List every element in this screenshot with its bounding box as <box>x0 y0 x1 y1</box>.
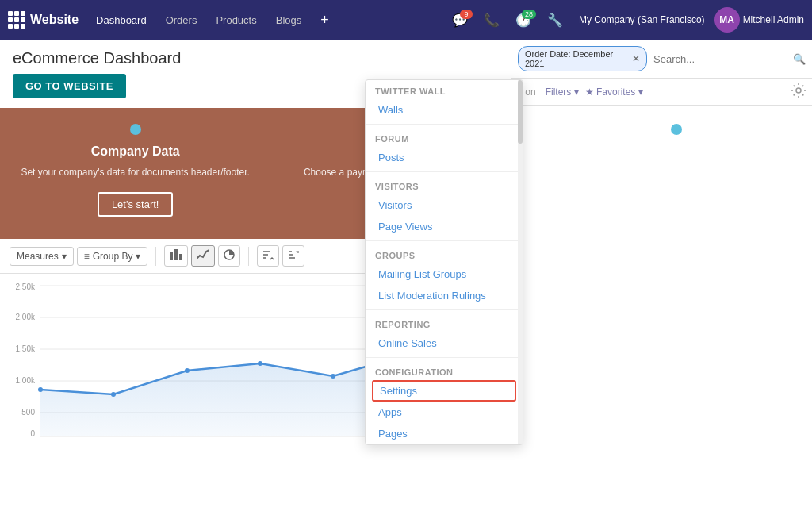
company-name: My Company (San Francisco) <box>579 14 705 25</box>
menu-item-page-views[interactable]: Page Views <box>366 216 523 237</box>
grid-icon <box>8 11 25 29</box>
card-dot <box>130 124 141 135</box>
group-by-icon: ≡ <box>84 251 90 262</box>
nav-icons-group: 💬 9 📞 🕐 28 🔧 My Company (San Francisco) … <box>446 7 804 33</box>
card-close-icon[interactable]: ✕ <box>795 114 806 129</box>
wrench-icon-button[interactable]: 🔧 <box>541 8 569 33</box>
dropdown-scroll: Twitter Wall Walls Forum Posts Visitors … <box>366 80 523 444</box>
top-navigation: Website Dashboard Orders Products Blogs … <box>0 0 812 40</box>
svg-text:500: 500 <box>21 408 35 417</box>
right-panel: Order Date: December 2021 ✕ 🔍 ↓ on Filte… <box>511 40 812 515</box>
card-dot-3 <box>671 124 682 135</box>
menu-item-apps[interactable]: Apps <box>366 402 523 423</box>
menu-item-mailing-list-groups[interactable]: Mailing List Groups <box>366 263 523 285</box>
menu-item-pages[interactable]: Pages <box>366 423 523 444</box>
logo-text: Website <box>30 13 79 27</box>
avatar[interactable]: MA <box>714 7 740 33</box>
svg-text:0: 0 <box>30 429 35 438</box>
scrollbar-thumb <box>518 80 523 144</box>
search-icon[interactable]: 🔍 <box>793 53 806 65</box>
pie-chart-button[interactable] <box>218 245 240 267</box>
group-by-label: Group By <box>93 251 133 262</box>
section-reporting: Reporting <box>366 313 523 332</box>
filter-remove-icon[interactable]: ✕ <box>632 53 640 64</box>
section-groups: Groups <box>366 244 523 263</box>
nav-dashboard[interactable]: Dashboard <box>88 10 155 31</box>
data-point-0 <box>38 387 43 392</box>
nav-products[interactable]: Products <box>208 10 264 31</box>
divider-2 <box>366 171 523 172</box>
card-text: Set your company's data for documents he… <box>16 165 255 179</box>
svg-text:2.50k: 2.50k <box>16 282 36 291</box>
divider-4 <box>366 309 523 310</box>
company-data-card: Company Data Set your company's data for… <box>0 108 270 239</box>
filter-tag-label: Order Date: December 2021 <box>525 49 629 68</box>
menu-item-online-sales[interactable]: Online Sales <box>366 332 523 354</box>
filters-action[interactable]: Filters ▾ <box>546 86 579 98</box>
sort-asc-button[interactable] <box>257 245 279 267</box>
svg-rect-0 <box>170 252 173 260</box>
clock-icon-button[interactable]: 🕐 28 <box>509 8 538 33</box>
chat-icon-button[interactable]: 💬 9 <box>446 8 474 33</box>
group-by-button[interactable]: ≡ Group By ▾ <box>77 247 148 266</box>
data-point-4 <box>331 374 335 379</box>
divider-1 <box>366 124 523 125</box>
svg-point-29 <box>796 88 801 93</box>
section-visitors: Visitors <box>366 175 523 194</box>
go-to-website-button[interactable]: GO TO WEBSITE <box>13 74 126 98</box>
chat-badge: 9 <box>460 10 473 19</box>
sort-desc-button[interactable] <box>282 245 304 267</box>
measures-label: Measures <box>17 251 59 262</box>
data-point-3 <box>258 361 262 366</box>
section-twitter-wall: Twitter Wall <box>366 80 523 99</box>
action-bar: ↓ on Filters ▾ ★ Favorites ▾ <box>511 79 812 106</box>
filters-chevron: ▾ <box>574 86 579 98</box>
menu-item-walls[interactable]: Walls <box>366 99 523 121</box>
favorites-action[interactable]: ★ Favorites ▾ <box>585 86 643 98</box>
card-text-3: Choose a default sales tax for your prod… <box>557 165 796 179</box>
avatar-initials: MA <box>719 14 734 25</box>
svg-text:1.00k: 1.00k <box>16 376 36 385</box>
menu-item-posts[interactable]: Posts <box>366 147 523 168</box>
svg-rect-1 <box>174 249 178 260</box>
divider-3 <box>366 240 523 241</box>
company-selector[interactable]: My Company (San Francisco) <box>573 11 711 29</box>
data-point-1 <box>111 392 116 397</box>
line-chart-button[interactable] <box>191 245 215 267</box>
lets-start-button[interactable]: Let's start! <box>98 192 174 217</box>
svg-text:2.00k: 2.00k <box>16 313 36 321</box>
menu-item-list-moderation[interactable]: List Moderation Rulings <box>366 285 523 306</box>
filter-bar: Order Date: December 2021 ✕ 🔍 <box>511 40 812 79</box>
app-logo[interactable]: Website <box>8 11 79 29</box>
filter-tag: Order Date: December 2021 ✕ <box>518 46 647 71</box>
nav-plus-button[interactable]: + <box>312 7 337 33</box>
nav-orders[interactable]: Orders <box>158 10 205 31</box>
bar-chart-button[interactable] <box>164 245 188 267</box>
main-content: eCommerce Dashboard GO TO WEBSITE Compan… <box>0 40 812 515</box>
toolbar-separator-2 <box>248 247 249 266</box>
divider-5 <box>366 357 523 358</box>
dropdown-menu: Twitter Wall Walls Forum Posts Visitors … <box>365 79 523 445</box>
section-configuration: Configuration <box>366 361 523 380</box>
data-point-2 <box>185 368 190 373</box>
search-input[interactable] <box>650 50 790 68</box>
user-name[interactable]: Mitchell Admin <box>743 14 804 25</box>
nav-blogs[interactable]: Blogs <box>268 10 310 31</box>
group-by-chevron-icon: ▾ <box>136 251 140 262</box>
section-forum: Forum <box>366 128 523 147</box>
menu-item-settings[interactable]: Settings <box>372 380 516 402</box>
clock-badge: 28 <box>522 10 536 19</box>
dropdown-scrollbar <box>518 80 523 444</box>
measures-button[interactable]: Measures ▾ <box>10 247 74 266</box>
card-title-3: Taxes <box>557 144 796 159</box>
settings-icon-btn[interactable] <box>791 83 806 100</box>
svg-text:1.50k: 1.50k <box>16 344 36 353</box>
set-taxes-button[interactable]: Set taxes <box>641 192 712 217</box>
toolbar-separator-1 <box>155 247 156 266</box>
page-title: eCommerce Dashboard <box>13 49 181 67</box>
favorites-chevron: ▾ <box>638 86 643 98</box>
phone-icon-button[interactable]: 📞 <box>477 8 506 33</box>
measures-chevron-icon: ▾ <box>62 251 67 262</box>
menu-item-visitors[interactable]: Visitors <box>366 194 523 216</box>
svg-rect-2 <box>179 254 182 260</box>
